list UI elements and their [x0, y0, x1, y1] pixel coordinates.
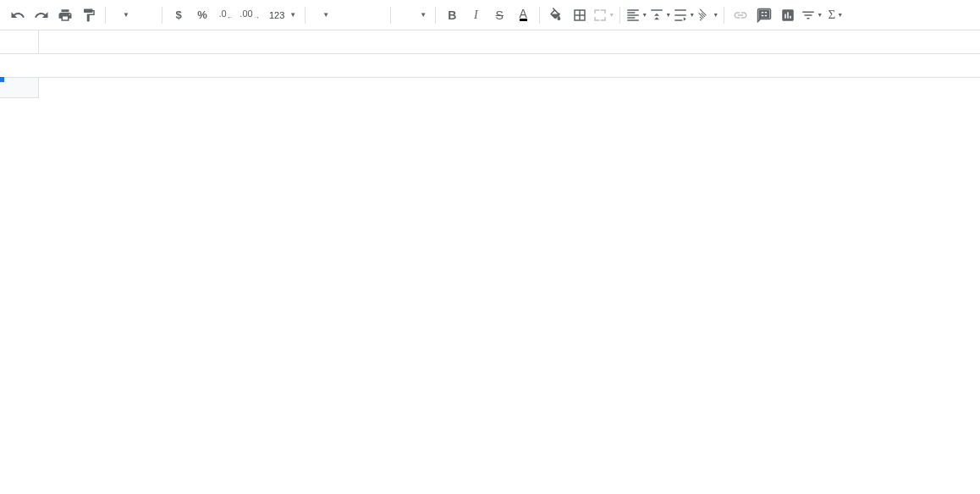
increase-decimal-button[interactable]: .00→	[239, 4, 261, 26]
print-button[interactable]	[54, 4, 76, 26]
separator	[724, 7, 724, 24]
paint-format-button[interactable]	[78, 4, 100, 26]
chevron-down-icon: ▼	[689, 12, 695, 18]
chevron-down-icon: ▼	[123, 11, 129, 19]
undo-button[interactable]	[7, 4, 29, 26]
format-label: 123	[269, 10, 284, 20]
select-all-corner[interactable]	[0, 78, 39, 98]
chevron-down-icon: ▼	[641, 12, 647, 18]
italic-button[interactable]: I	[465, 4, 487, 26]
separator	[390, 7, 391, 24]
chevron-down-icon: ▼	[420, 11, 427, 19]
decrease-decimal-button[interactable]: .0←	[215, 4, 237, 26]
horizontal-align-button[interactable]: ▼	[625, 4, 647, 26]
functions-button[interactable]: Σ▼	[824, 4, 846, 26]
chevron-down-icon: ▼	[837, 12, 843, 18]
zoom-select[interactable]: ▼	[111, 5, 157, 25]
fx-label	[0, 30, 39, 53]
borders-button[interactable]	[569, 4, 591, 26]
chevron-down-icon: ▼	[289, 11, 296, 19]
text-color-button[interactable]: A	[512, 4, 534, 26]
bold-button[interactable]: B	[441, 4, 463, 26]
chevron-down-icon: ▼	[817, 12, 823, 18]
formula-input[interactable]	[39, 30, 980, 53]
text-wrap-button[interactable]: ▼	[673, 4, 695, 26]
merge-cells-button[interactable]: ▼	[592, 4, 614, 26]
redo-button[interactable]	[30, 4, 52, 26]
vertical-align-button[interactable]: ▼	[649, 4, 671, 26]
spreadsheet-grid[interactable]	[0, 78, 980, 494]
separator	[539, 7, 540, 24]
toolbar: ▼ $ % .0← .00→ 123▼ ▼ ▼ B I S A ▼ ▼ ▼ ▼ …	[0, 0, 980, 30]
chevron-down-icon: ▼	[713, 12, 718, 18]
more-formats-select[interactable]: 123▼	[262, 5, 300, 25]
insert-chart-button[interactable]	[777, 4, 799, 26]
font-size-select[interactable]: ▼	[396, 5, 430, 25]
formula-bar	[0, 30, 980, 54]
separator	[619, 7, 620, 24]
percent-button[interactable]: %	[191, 4, 213, 26]
text-rotation-button[interactable]: ▼	[696, 4, 718, 26]
separator	[162, 7, 162, 24]
chevron-down-icon: ▼	[322, 11, 329, 19]
separator	[305, 7, 306, 24]
chevron-down-icon: ▼	[608, 12, 614, 18]
font-select[interactable]: ▼	[311, 5, 385, 25]
separator	[105, 7, 106, 24]
separator	[435, 7, 436, 24]
currency-button[interactable]: $	[168, 4, 190, 26]
filter-button[interactable]: ▼	[801, 4, 823, 26]
insert-comment-button[interactable]	[753, 4, 775, 26]
insert-link-button[interactable]	[729, 4, 752, 26]
formula-gap	[0, 54, 980, 78]
strikethrough-button[interactable]: S	[488, 4, 510, 26]
fill-color-button[interactable]	[545, 4, 567, 26]
chevron-down-icon: ▼	[665, 12, 671, 18]
